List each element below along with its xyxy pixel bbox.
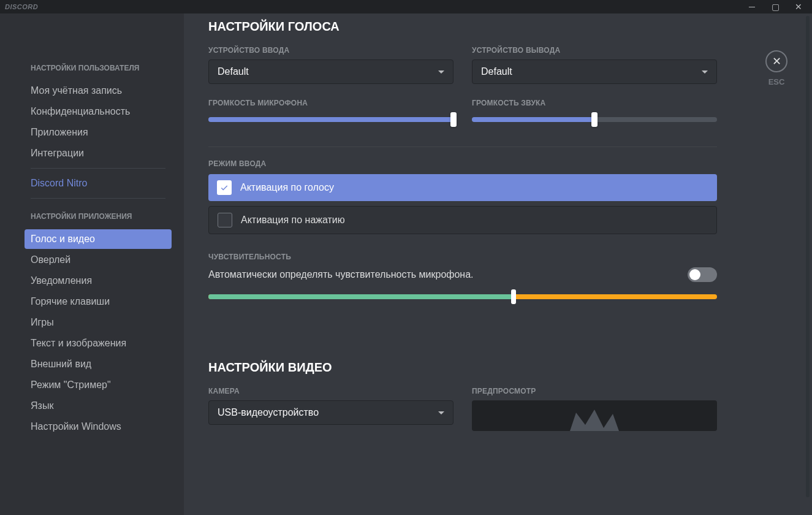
sidebar-header-user: НАСТРОЙКИ ПОЛЬЗОВАТЕЛЯ <box>25 60 184 76</box>
checkbox-unchecked-icon <box>218 213 232 227</box>
video-preview <box>472 400 717 431</box>
sidebar-header-app: НАСТРОЙКИ ПРИЛОЖЕНИЯ <box>25 208 184 224</box>
sidebar-item-text-images[interactable]: Текст и изображения <box>25 334 172 353</box>
chevron-down-icon <box>438 71 444 74</box>
camera-value: USB-видеоустройство <box>218 407 319 418</box>
close-label: ESC <box>765 77 787 86</box>
maximize-icon[interactable]: ▢ <box>769 2 781 12</box>
mic-volume-label: ГРОМКОСТЬ МИКРОФОНА <box>208 99 453 107</box>
sidebar-item-windows[interactable]: Настройки Windows <box>25 417 172 437</box>
settings-main: ✕ ESC НАСТРОЙКИ ГОЛОСА УСТРОЙСТВО ВВОДА … <box>184 13 812 515</box>
camera-select[interactable]: USB-видеоустройство <box>208 400 453 425</box>
sensitivity-slider[interactable] <box>208 294 717 299</box>
settings-sidebar: НАСТРОЙКИ ПОЛЬЗОВАТЕЛЯ Моя учётная запис… <box>0 13 184 515</box>
input-mode-push-to-talk[interactable]: Активация по нажатию <box>208 206 717 234</box>
sidebar-item-voice-video[interactable]: Голос и видео <box>25 229 172 249</box>
close-window-icon[interactable]: ✕ <box>792 2 805 12</box>
input-device-select[interactable]: Default <box>208 59 453 84</box>
mic-volume-slider[interactable] <box>208 117 453 122</box>
chevron-down-icon <box>702 71 708 74</box>
close-icon: ✕ <box>772 55 781 68</box>
sound-volume-label: ГРОМКОСТЬ ЗВУКА <box>472 99 717 107</box>
sidebar-item-games[interactable]: Игры <box>25 313 172 332</box>
sidebar-item-nitro[interactable]: Discord Nitro <box>25 174 172 193</box>
output-device-value: Default <box>481 66 512 77</box>
sidebar-divider <box>31 168 165 169</box>
sidebar-item-account[interactable]: Моя учётная запись <box>25 81 172 101</box>
sidebar-item-privacy[interactable]: Конфиденциальность <box>25 102 172 121</box>
auto-sensitivity-label: Автоматически определять чувствительност… <box>208 269 474 280</box>
sidebar-item-notifications[interactable]: Уведомления <box>25 271 172 291</box>
output-device-label: УСТРОЙСТВО ВЫВОДА <box>472 46 717 55</box>
sidebar-item-appearance[interactable]: Внешний вид <box>25 354 172 374</box>
window-controls: ─ ▢ ✕ <box>746 2 807 12</box>
app-logo: DISCORD <box>5 3 38 10</box>
input-mode-voice-label: Активация по голосу <box>240 182 334 193</box>
preview-label: ПРЕДПРОСМОТР <box>472 387 717 395</box>
sensitivity-label: ЧУВСТВИТЕЛЬНОСТЬ <box>208 253 717 261</box>
sidebar-item-integrations[interactable]: Интеграции <box>25 143 172 163</box>
sidebar-item-overlay[interactable]: Оверлей <box>25 250 172 270</box>
input-mode-voice-activity[interactable]: Активация по голосу <box>208 174 717 201</box>
sidebar-divider <box>31 198 165 199</box>
voice-settings-title: НАСТРОЙКИ ГОЛОСА <box>208 20 717 34</box>
checkbox-checked-icon <box>217 180 232 195</box>
video-settings-title: НАСТРОЙКИ ВИДЕО <box>208 360 717 375</box>
sidebar-item-hotkeys[interactable]: Горячие клавиши <box>25 292 172 311</box>
chevron-down-icon <box>438 411 444 414</box>
close-settings-button[interactable]: ✕ <box>765 50 787 72</box>
titlebar: DISCORD ─ ▢ ✕ <box>0 0 812 13</box>
sidebar-item-streamer[interactable]: Режим "Стример" <box>25 375 172 395</box>
input-mode-push-label: Активация по нажатию <box>241 215 345 226</box>
sound-volume-slider[interactable] <box>472 117 717 122</box>
auto-sensitivity-toggle[interactable] <box>688 267 717 282</box>
minimize-icon[interactable]: ─ <box>746 2 758 12</box>
input-mode-label: РЕЖИМ ВВОДА <box>208 159 717 168</box>
sidebar-item-language[interactable]: Язык <box>25 396 172 416</box>
preview-placeholder-icon <box>558 406 631 431</box>
input-device-value: Default <box>218 66 249 77</box>
input-device-label: УСТРОЙСТВО ВВОДА <box>208 46 453 55</box>
scrollbar[interactable] <box>806 16 810 497</box>
sidebar-item-apps[interactable]: Приложения <box>25 123 172 142</box>
camera-label: КАМЕРА <box>208 387 453 395</box>
output-device-select[interactable]: Default <box>472 59 717 84</box>
